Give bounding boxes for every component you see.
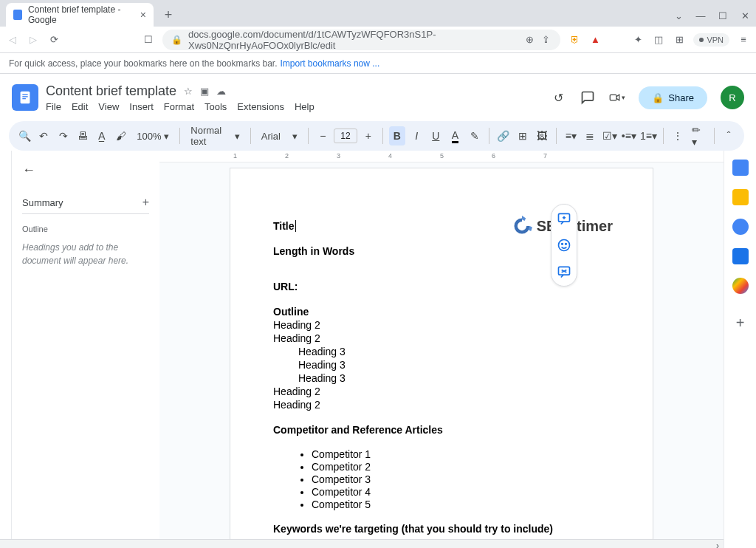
menu-file[interactable]: File [46,101,61,112]
browser-menu-icon[interactable]: ≡ [737,33,750,47]
docs-toolbar: 🔍 ↶ ↷ 🖶 A̲ 🖌 100% ▾ Normal text ▾ Arial … [9,121,744,151]
forward-icon[interactable]: ▷ [27,33,40,47]
underline-button[interactable]: U [427,126,444,145]
hide-menus-icon[interactable]: ˆ [721,126,737,145]
back-icon[interactable]: ◁ [6,33,19,47]
svg-rect-1 [22,94,27,95]
more-tools-icon[interactable]: ⋮ [670,126,686,145]
search-in-page-icon[interactable]: ⊕ [524,33,535,47]
insert-link-icon[interactable]: 🔗 [495,126,512,145]
browser-tab[interactable]: Content brief template - Google × [6,3,154,27]
move-icon[interactable]: ▣ [200,86,209,97]
star-icon[interactable]: ☆ [184,86,193,97]
account-avatar[interactable]: R [721,86,744,109]
heading-outline: Outline [273,306,610,318]
reload-icon[interactable]: ⟳ [47,33,61,47]
outline-sidebar: ← Summary + Outline Headings you add to … [12,151,159,548]
outline-hint: Headings you add to the document will ap… [22,241,149,267]
outline-line: Heading 2 [273,399,610,411]
horizontal-ruler[interactable]: 1 2 3 4 5 6 7 [159,151,724,162]
bookmark-icon[interactable]: ☐ [142,33,155,47]
comments-icon[interactable] [580,89,596,106]
redo-icon[interactable]: ↷ [55,126,71,145]
menu-view[interactable]: View [98,101,119,112]
document-title[interactable]: Content brief template [46,83,176,99]
add-addon-icon[interactable]: + [736,315,745,332]
extensions-icon[interactable]: ✦ [631,33,645,47]
align-dropdown[interactable]: ≡▾ [563,126,579,145]
spellcheck-icon[interactable]: A̲ [94,126,110,145]
highlight-button[interactable]: ✎ [467,126,483,145]
docs-header: Content brief template ☆ ▣ ☁ File Edit V… [0,74,756,121]
paint-format-icon[interactable]: 🖌 [113,126,129,145]
minimize-icon[interactable]: — [695,10,706,21]
scroll-right-icon[interactable]: › [716,541,719,549]
new-tab-button[interactable]: + [158,4,179,25]
svg-rect-2 [22,96,27,97]
back-arrow-icon[interactable]: ← [22,162,149,178]
italic-button[interactable]: I [408,126,425,145]
chevron-down-icon[interactable]: ⌄ [673,10,684,21]
add-summary-icon[interactable]: + [142,196,149,209]
document-canvas[interactable]: 1 2 3 4 5 6 7 SEOptimer Title Length in … [159,151,724,548]
suggest-edits-icon[interactable] [554,262,574,281]
history-icon[interactable]: ↺ [550,89,566,106]
search-icon[interactable]: 🔍 [16,126,32,145]
vpn-badge[interactable]: VPN [693,33,729,47]
sidepanel-icon[interactable]: ◫ [652,33,665,47]
horizontal-scrollbar[interactable]: › [0,539,724,548]
document-page[interactable]: SEOptimer Title Length in Words URL: Out… [230,168,653,548]
tab-title: Content brief template - Google [28,4,134,25]
bookmarks-bar: For quick access, place your bookmarks h… [0,53,756,74]
outline-line: Heading 2 [273,332,610,344]
font-size-input[interactable]: 12 [334,129,357,143]
wallet-icon[interactable]: ⊞ [673,33,686,47]
close-tab-icon[interactable]: × [140,9,146,21]
import-bookmarks-link[interactable]: Import bookmarks now ... [281,58,380,69]
share-url-icon[interactable]: ⇪ [541,33,552,47]
bullet-list-icon[interactable]: •≡▾ [621,126,637,145]
undo-icon[interactable]: ↶ [35,126,52,145]
contacts-app-icon[interactable] [732,248,749,264]
meet-icon[interactable]: ▾ [609,89,625,106]
menu-help[interactable]: Help [295,101,315,112]
list-item: Competitor 1 [312,448,610,460]
line-spacing-icon[interactable]: ≣ [582,126,598,145]
font-dropdown[interactable]: Arial ▾ [257,131,303,142]
text-color-button[interactable]: A [447,126,463,145]
add-emoji-icon[interactable] [554,236,574,255]
insert-image-icon[interactable]: 🖼 [534,126,550,145]
numbered-list-icon[interactable]: 1≡▾ [640,126,657,145]
outline-line: Heading 3 [273,372,610,384]
add-comment-icon[interactable]: ⊞ [515,126,531,145]
menu-insert[interactable]: Insert [129,101,154,112]
add-comment-float-icon[interactable] [554,209,574,228]
menu-format[interactable]: Format [164,101,194,112]
url-field[interactable]: 🔒 docs.google.com/document/d/1tCAWTyzWFQ… [162,30,560,50]
tasks-app-icon[interactable] [732,219,749,235]
checklist-icon[interactable]: ☑▾ [602,126,618,145]
share-button[interactable]: 🔒 Share [639,86,707,109]
maximize-icon[interactable]: ☐ [718,10,728,21]
keep-app-icon[interactable] [732,189,749,205]
print-icon[interactable]: 🖶 [75,126,91,145]
extension-shield-icon[interactable]: ⛨ [568,33,581,47]
menu-tools[interactable]: Tools [205,101,227,112]
font-increase-icon[interactable]: + [360,126,377,145]
docs-logo-icon[interactable] [12,84,38,111]
menu-extensions[interactable]: Extensions [237,101,284,112]
close-window-icon[interactable]: ✕ [740,10,750,21]
calendar-app-icon[interactable] [732,160,749,176]
maps-app-icon[interactable] [732,278,749,294]
svg-point-7 [562,244,563,245]
seoptimer-icon [512,216,532,236]
bold-button[interactable]: B [389,126,405,145]
style-dropdown[interactable]: Normal text ▾ [186,125,244,147]
extension-triangle-icon[interactable]: ▲ [588,33,602,47]
cloud-status-icon[interactable]: ☁ [216,86,226,97]
menu-edit[interactable]: Edit [72,101,88,112]
editing-mode-icon[interactable]: ✏ ▾ [692,126,708,145]
font-decrease-icon[interactable]: − [315,126,331,145]
svg-rect-3 [22,98,26,99]
zoom-dropdown[interactable]: 100% ▾ [132,131,173,142]
